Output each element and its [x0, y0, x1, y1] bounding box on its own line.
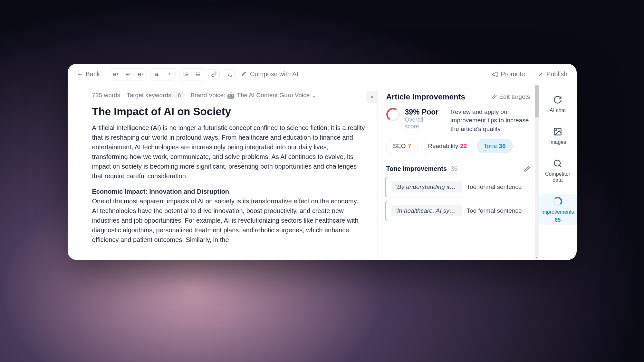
article-paragraph: Artificial Intelligence (AI) is no longe… — [92, 123, 365, 181]
promote-button[interactable]: Promote — [492, 70, 525, 78]
article-title[interactable]: The Impact of AI on Society — [92, 106, 365, 118]
readability-pill[interactable]: Readability 22 — [421, 139, 474, 153]
svg-point-11 — [196, 75, 197, 76]
improvements-panel: ▾ Article Improvements Edit targets 39% … — [378, 85, 539, 260]
svg-point-14 — [554, 160, 561, 166]
score-value: 39% Poor — [405, 108, 439, 116]
svg-point-9 — [196, 72, 197, 73]
promote-label: Promote — [501, 70, 525, 78]
rail-ai-chat[interactable]: AI chat — [539, 92, 577, 115]
scrollbar-thumb[interactable] — [535, 85, 539, 117]
keyword-count-badge: 6 — [175, 92, 184, 99]
main-area: 735 words Target keywords: 6 Brand Voice… — [68, 85, 577, 260]
toolbar: ← Back H1 H2 H3 B I 123 T✕ C — [68, 64, 577, 85]
magic-wand-icon — [241, 71, 247, 78]
improvements-count: 65 — [555, 217, 561, 223]
robot-icon: 🤖 — [227, 92, 235, 99]
back-label: Back — [86, 70, 100, 78]
pencil-icon — [491, 94, 497, 100]
score-description: Review and apply our improvement tips to… — [445, 108, 530, 134]
tone-section-title: Tone Improvements 36 — [386, 165, 458, 172]
h2-button[interactable]: H2 — [122, 69, 134, 79]
progress-ring-icon — [552, 196, 563, 207]
pencil-icon — [524, 166, 530, 172]
search-icon — [552, 158, 563, 169]
panel-header: Article Improvements Edit targets — [378, 85, 539, 106]
edit-targets-button[interactable]: Edit targets — [491, 93, 530, 100]
tone-section-header: Tone Improvements 36 — [378, 159, 539, 177]
publish-button[interactable]: Publish — [537, 70, 568, 78]
h3-button[interactable]: H3 — [134, 69, 146, 79]
improvement-reason: Too formal sentence — [467, 207, 522, 214]
heading-group: H1 H2 H3 — [109, 68, 147, 80]
brand-voice-selector[interactable]: Brand Voice: 🤖 The AI Content Guru Voice… — [191, 92, 317, 99]
h1-button[interactable]: H1 — [110, 69, 121, 79]
svg-text:3: 3 — [183, 75, 184, 77]
seo-pill[interactable]: SEO 7 — [386, 139, 418, 153]
tone-pill[interactable]: Tone 36 — [477, 139, 512, 153]
scrollbar[interactable]: ▾ — [535, 85, 539, 260]
word-count: 735 words — [92, 92, 120, 99]
arrow-left-icon: ← — [77, 70, 83, 78]
back-button[interactable]: ← Back — [77, 70, 100, 78]
compose-label: Compose with AI — [250, 70, 298, 78]
rail-improvements[interactable]: Improvements 65 — [539, 194, 577, 225]
megaphone-icon — [492, 71, 498, 78]
share-arrow-icon — [537, 71, 544, 78]
article-paragraph: Economic Impact: Innovation and Disrupti… — [92, 187, 365, 245]
chevron-right-double-icon: » — [370, 93, 373, 100]
score-row: 39% Poor Overall score Review and apply … — [378, 106, 539, 139]
right-rail: AI chat Images Competitor data Improveme… — [539, 85, 577, 260]
svg-point-13 — [556, 130, 557, 131]
improvement-card[interactable]: “By understanding its… Too formal senten… — [385, 177, 533, 197]
list-group: 123 — [179, 68, 205, 80]
edit-section-button[interactable] — [524, 166, 530, 172]
app-window: ← Back H1 H2 H3 B I 123 T✕ C — [68, 64, 577, 260]
meta-row: 735 words Target keywords: 6 Brand Voice… — [92, 92, 365, 99]
quote-snippet: “By understanding its… — [391, 181, 462, 192]
svg-line-15 — [559, 165, 561, 167]
improvement-reason: Too formal sentence — [467, 183, 522, 190]
score-sublabel: Overall score — [405, 116, 439, 130]
link-button[interactable] — [208, 69, 220, 79]
unordered-list-button[interactable] — [192, 69, 204, 79]
filter-pills: SEO 7 Readability 22 Tone 36 — [378, 139, 539, 159]
italic-button[interactable]: I — [163, 69, 175, 79]
collapse-panel-button[interactable]: » — [366, 91, 378, 103]
article-subheading: Economic Impact: Innovation and Disrupti… — [92, 188, 229, 195]
quote-snippet: “In healthcare, AI sys… — [391, 205, 462, 216]
publish-label: Publish — [546, 70, 568, 78]
score-ring-icon — [385, 107, 401, 122]
target-keywords[interactable]: Target keywords: 6 — [127, 92, 184, 99]
panel-title: Article Improvements — [386, 92, 465, 101]
compose-ai-button[interactable]: Compose with AI — [241, 70, 298, 78]
clear-format-button[interactable]: T✕ — [223, 69, 235, 79]
editor-column: 735 words Target keywords: 6 Brand Voice… — [68, 85, 378, 260]
chevron-down-icon: ⌄ — [312, 92, 317, 99]
improvement-card[interactable]: “In healthcare, AI sys… Too formal sente… — [385, 201, 533, 221]
image-icon — [552, 126, 563, 137]
article-body[interactable]: Artificial Intelligence (AI) is no longe… — [92, 123, 365, 245]
ordered-list-button[interactable]: 123 — [180, 69, 192, 79]
bold-button[interactable]: B — [151, 69, 163, 79]
rail-images[interactable]: Images — [539, 124, 577, 147]
rail-competitor-data[interactable]: Competitor data — [539, 156, 577, 185]
chat-refresh-icon — [552, 94, 563, 105]
style-group: B I — [150, 68, 176, 80]
svg-point-10 — [196, 74, 197, 75]
scrollbar-down-icon[interactable]: ▾ — [535, 255, 539, 260]
